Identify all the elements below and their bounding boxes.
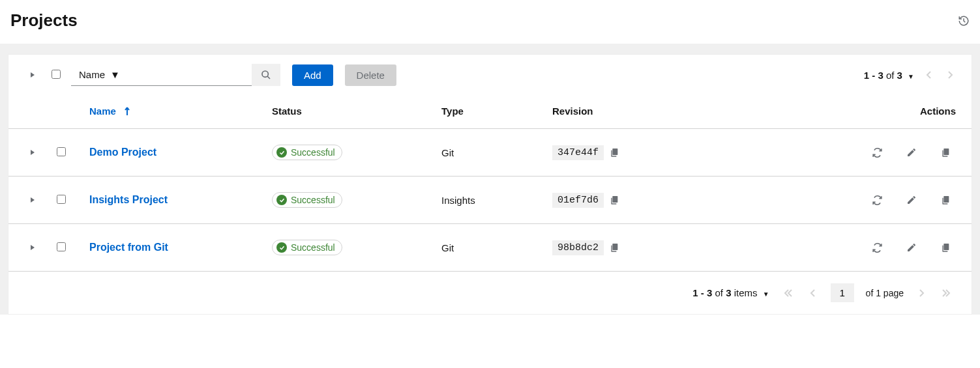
projects-panel: Name ▼ Add Delete 1 - 3 of 3 ▼ bbox=[8, 54, 972, 315]
first-page[interactable] bbox=[781, 287, 795, 300]
caret-down-icon: ▼ bbox=[110, 69, 120, 80]
column-revision[interactable]: Revision bbox=[552, 106, 813, 117]
project-name-link[interactable]: Demo Project bbox=[89, 147, 272, 158]
column-name-label: Name bbox=[89, 106, 116, 117]
duplicate-icon[interactable] bbox=[940, 242, 951, 253]
status-text: Successful bbox=[291, 242, 335, 253]
status-badge: Successful bbox=[272, 192, 342, 208]
table-row: Insights Project Successful Insights 01e… bbox=[8, 177, 972, 224]
last-page[interactable] bbox=[939, 287, 953, 300]
column-type[interactable]: Type bbox=[441, 106, 552, 117]
project-name-link[interactable]: Insights Project bbox=[89, 194, 272, 206]
copy-icon[interactable] bbox=[609, 147, 619, 158]
caret-down-icon: ▼ bbox=[908, 73, 914, 80]
filter-field-label: Name bbox=[79, 69, 105, 80]
duplicate-icon[interactable] bbox=[940, 195, 951, 206]
row-checkbox[interactable] bbox=[57, 242, 66, 251]
prev-page-top[interactable] bbox=[923, 68, 935, 81]
pagination-summary-top[interactable]: 1 - 3 of 3 ▼ bbox=[864, 70, 914, 81]
next-page-top[interactable] bbox=[944, 68, 956, 81]
check-circle-icon bbox=[276, 242, 287, 253]
status-badge: Successful bbox=[272, 240, 342, 255]
delete-button: Delete bbox=[345, 64, 396, 86]
revision-hash: 98b8dc2 bbox=[552, 240, 604, 255]
pagination-summary-bottom[interactable]: 1 - 3 of 3 items ▼ bbox=[692, 287, 769, 298]
sync-icon[interactable] bbox=[872, 242, 883, 253]
expand-row-toggle[interactable] bbox=[24, 197, 57, 203]
search-input[interactable] bbox=[128, 64, 252, 85]
expand-all-toggle[interactable] bbox=[24, 72, 41, 78]
page-number-input[interactable] bbox=[831, 283, 854, 302]
column-status[interactable]: Status bbox=[272, 106, 441, 117]
svg-line-1 bbox=[267, 76, 270, 79]
history-icon[interactable] bbox=[958, 15, 970, 27]
table-header: Name Status Type Revision Actions bbox=[8, 95, 972, 129]
next-page[interactable] bbox=[915, 287, 927, 300]
svg-rect-5 bbox=[943, 196, 949, 203]
project-type: Insights bbox=[441, 195, 552, 206]
row-checkbox[interactable] bbox=[57, 147, 66, 156]
svg-rect-6 bbox=[612, 244, 617, 250]
table-row: Project from Git Successful Git 98b8dc2 bbox=[8, 224, 972, 272]
filter-field-dropdown[interactable]: Name ▼ bbox=[71, 64, 128, 85]
sync-icon[interactable] bbox=[872, 147, 883, 158]
edit-icon[interactable] bbox=[906, 195, 917, 206]
check-circle-icon bbox=[276, 195, 287, 205]
project-type: Git bbox=[441, 147, 552, 158]
status-text: Successful bbox=[291, 195, 335, 205]
svg-point-0 bbox=[262, 71, 268, 77]
caret-down-icon: ▼ bbox=[763, 290, 769, 298]
copy-icon[interactable] bbox=[609, 195, 619, 205]
column-name[interactable]: Name bbox=[89, 106, 272, 117]
column-actions: Actions bbox=[813, 106, 956, 117]
page-suffix: of 1 page bbox=[866, 288, 904, 298]
select-all-checkbox[interactable] bbox=[52, 70, 61, 79]
sort-arrow-icon bbox=[124, 107, 130, 116]
table-row: Demo Project Successful Git 347e44f bbox=[8, 129, 972, 177]
status-text: Successful bbox=[291, 147, 335, 158]
svg-rect-7 bbox=[943, 244, 949, 250]
expand-row-toggle[interactable] bbox=[24, 244, 57, 251]
expand-row-toggle[interactable] bbox=[24, 149, 57, 156]
sync-icon[interactable] bbox=[872, 195, 883, 206]
check-circle-icon bbox=[276, 147, 287, 158]
add-button[interactable]: Add bbox=[292, 64, 333, 86]
prev-page[interactable] bbox=[807, 287, 819, 300]
edit-icon[interactable] bbox=[906, 147, 917, 158]
page-title: Projects bbox=[10, 10, 78, 31]
edit-icon[interactable] bbox=[906, 242, 917, 253]
copy-icon[interactable] bbox=[609, 242, 619, 253]
status-badge: Successful bbox=[272, 145, 342, 160]
svg-rect-2 bbox=[612, 149, 617, 155]
duplicate-icon[interactable] bbox=[940, 147, 951, 158]
project-type: Git bbox=[441, 242, 552, 253]
revision-hash: 01ef7d6 bbox=[552, 193, 604, 208]
revision-hash: 347e44f bbox=[552, 145, 604, 160]
search-button[interactable] bbox=[252, 64, 280, 86]
svg-rect-3 bbox=[943, 149, 949, 155]
row-checkbox[interactable] bbox=[57, 195, 66, 204]
svg-rect-4 bbox=[612, 196, 617, 203]
project-name-link[interactable]: Project from Git bbox=[89, 242, 272, 253]
